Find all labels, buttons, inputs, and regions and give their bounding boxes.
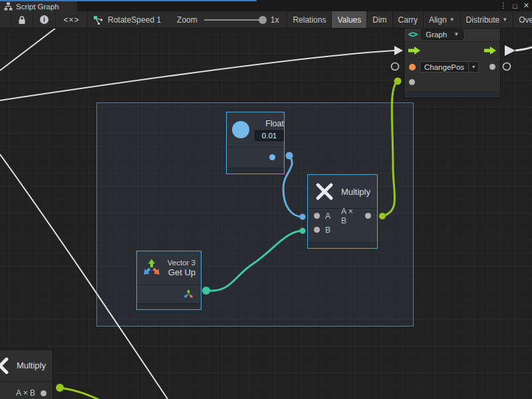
event-output-port[interactable] — [489, 64, 495, 70]
vector3-type-label: Vector 3 — [168, 259, 196, 267]
zoom-slider[interactable] — [204, 19, 264, 21]
chevron-down-icon: ▼ — [454, 31, 459, 37]
vector3-icon — [142, 259, 161, 277]
vector3-output-port[interactable] — [184, 289, 194, 299]
port-label-axb: A × B — [16, 388, 35, 398]
vector3-node-title: Get Up — [168, 267, 196, 277]
multiply-node-partial[interactable]: Multiply A A × B — [0, 349, 53, 399]
multiply-node[interactable]: Multiply A A × B B — [307, 174, 378, 249]
graph-reference-label: RotateSpeed 1 — [108, 15, 161, 25]
multiply-input-b-port[interactable] — [314, 227, 320, 233]
chevron-down-icon[interactable]: ▼ — [468, 62, 478, 72]
secondary-input-port[interactable] — [409, 79, 415, 85]
float-type-icon — [232, 121, 249, 138]
vector3-getup-node[interactable]: Vector 3 Get Up — [136, 251, 201, 310]
align-button[interactable]: Align ▼ — [423, 11, 460, 28]
multiply-node-title: Multiply — [341, 187, 370, 197]
menu-icon[interactable]: ⋮ — [499, 1, 507, 10]
port-label-b: B — [325, 225, 331, 235]
multiply-output-port[interactable] — [365, 213, 371, 219]
script-graph-icon — [4, 2, 13, 11]
float-node[interactable]: Float 0.01 — [226, 112, 285, 174]
multiply-input-a-port[interactable] — [314, 213, 320, 219]
tab-title: Script Graph — [16, 3, 59, 11]
multiply-icon — [0, 356, 10, 376]
zoom-slider-handle[interactable] — [259, 16, 267, 24]
float-node-header: Float 0.01 — [227, 112, 284, 147]
multiply-node-header: Multiply — [308, 175, 377, 208]
info-icon: i — [40, 15, 49, 24]
flow-in-arrow-icon[interactable] — [408, 47, 420, 55]
chevron-down-icon: ▼ — [502, 17, 507, 23]
distribute-button[interactable]: Distribute ▼ — [460, 11, 513, 28]
graph-event-node[interactable]: <> Graph ▼ ChangePos ▼ — [404, 27, 501, 98]
multiply-partial-output-port[interactable] — [41, 390, 47, 396]
code-view-button[interactable]: <×> — [56, 11, 88, 28]
unity-script-graph-window: <> Graph ▼ ChangePos ▼ — [0, 0, 532, 399]
node-footer — [308, 242, 377, 248]
node-footer — [227, 168, 284, 174]
tab-script-graph[interactable]: Script Graph — [0, 1, 77, 11]
zoom-label: Zoom — [177, 15, 198, 25]
close-icon[interactable]: ✕ — [523, 1, 529, 10]
vector3-node-header: Vector 3 Get Up — [137, 251, 201, 285]
zoom-value: 1x — [271, 15, 279, 25]
multiply-icon — [315, 182, 334, 201]
lock-icon — [18, 15, 26, 25]
graph-dropdown-button[interactable]: Graph ▼ — [421, 29, 464, 40]
multiply-partial-header: Multiply — [0, 350, 53, 382]
event-name-field[interactable]: ChangePos ▼ — [420, 61, 479, 72]
flow-out-arrow-icon[interactable] — [484, 47, 496, 55]
maximize-icon[interactable]: □ — [513, 2, 517, 10]
graph-reference-icon — [93, 15, 104, 25]
graph-breadcrumb[interactable]: RotateSpeed 1 — [88, 11, 168, 28]
node-footer — [404, 92, 500, 98]
float-node-title: Float — [265, 119, 284, 128]
dim-button[interactable]: Dim — [366, 11, 392, 28]
toolbar: i <×> RotateSpeed 1 Zoom 1x Relations Va… — [0, 11, 532, 29]
node-footer — [137, 303, 201, 309]
graph-icon: <> — [408, 29, 417, 39]
graph-node-header: <> Graph ▼ — [404, 27, 500, 42]
info-button[interactable]: i — [33, 11, 56, 28]
event-input-port[interactable] — [409, 64, 416, 70]
values-button[interactable]: Values — [331, 11, 366, 28]
carry-button[interactable]: Carry — [392, 11, 423, 28]
port-label-a: A — [325, 211, 331, 221]
tab-bar: Script Graph ⋮ □ ✕ — [0, 0, 532, 11]
relations-button[interactable]: Relations — [287, 11, 331, 28]
float-value-input[interactable]: 0.01 — [255, 130, 284, 141]
overview-button[interactable]: Overview — [513, 11, 532, 28]
code-view-icon: <×> — [63, 15, 79, 25]
float-output-port[interactable] — [269, 154, 275, 160]
multiply-partial-title: Multiply — [17, 360, 46, 370]
chevron-down-icon: ▼ — [450, 17, 455, 23]
lock-button[interactable] — [11, 11, 33, 28]
